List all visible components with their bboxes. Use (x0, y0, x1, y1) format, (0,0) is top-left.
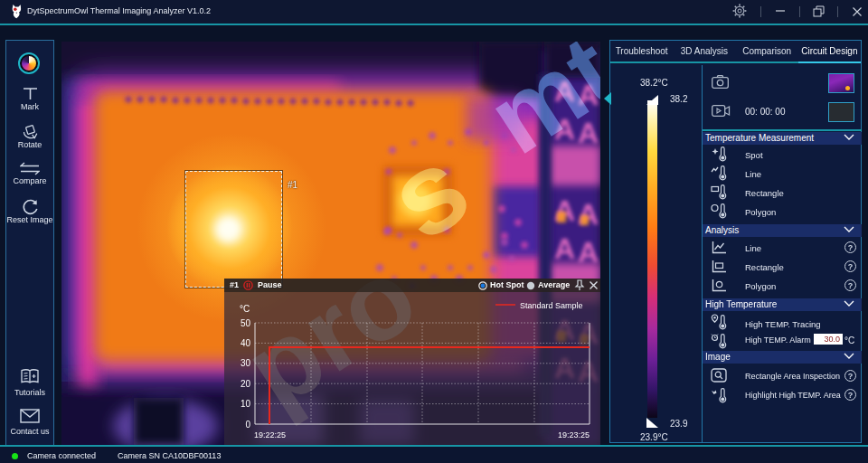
svg-text:19:22:25: 19:22:25 (254, 430, 286, 439)
svg-text:A: A (578, 198, 599, 231)
svg-text:A: A (578, 236, 599, 269)
svg-text:20: 20 (241, 379, 251, 389)
svg-text:10: 10 (241, 399, 251, 409)
svg-text:30: 30 (241, 358, 251, 368)
svg-text:19:23:25: 19:23:25 (558, 430, 590, 439)
svg-text:A: A (554, 232, 575, 265)
svg-text:40: 40 (241, 338, 251, 348)
svg-text:0: 0 (245, 420, 250, 430)
svg-text:Standard Sample: Standard Sample (520, 301, 583, 310)
svg-text:°C: °C (240, 304, 250, 314)
svg-text:50: 50 (241, 318, 251, 328)
